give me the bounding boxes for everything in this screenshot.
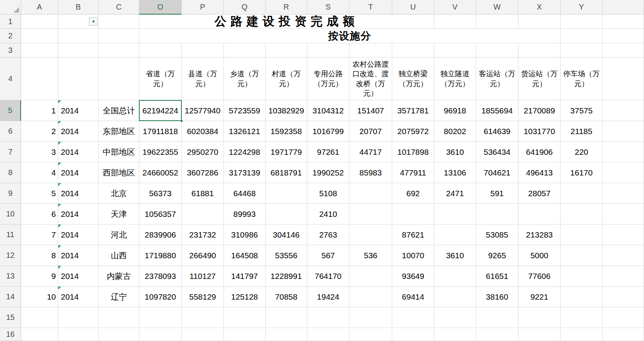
cell-U12[interactable]: 10070 <box>392 245 434 266</box>
cell-B2[interactable] <box>58 29 99 43</box>
cell-A4[interactable] <box>21 57 58 100</box>
cell-V4[interactable]: 独立隧道（万元） <box>434 57 476 100</box>
cell-O10[interactable]: 1056357 <box>139 204 182 225</box>
cell-T8[interactable]: 85983 <box>349 162 392 183</box>
cell-R12[interactable]: 53556 <box>266 245 307 266</box>
cell-V3[interactable] <box>434 43 476 57</box>
cell-X14[interactable]: 9221 <box>518 287 561 307</box>
cell-U8[interactable]: 477911 <box>392 162 434 183</box>
cell-C15[interactable] <box>99 307 139 328</box>
cell-C7[interactable]: 中部地区 <box>99 142 139 162</box>
cell-B16[interactable] <box>58 328 99 341</box>
cell-P12[interactable]: 266490 <box>182 245 224 266</box>
column-header-T[interactable]: T <box>349 0 392 15</box>
row-header-3[interactable]: 3 <box>0 43 21 57</box>
cell-C11[interactable]: 河北 <box>99 225 139 245</box>
cell-partial-14[interactable] <box>603 287 644 307</box>
cell-O13[interactable]: 2378093 <box>139 266 182 287</box>
cell-C2[interactable] <box>99 29 139 43</box>
row-header-7[interactable]: 7 <box>0 142 21 162</box>
cell-P15[interactable] <box>182 307 224 328</box>
cell-partial-15[interactable] <box>603 307 644 328</box>
column-header-S[interactable]: S <box>307 0 349 15</box>
cell-Y2[interactable] <box>561 29 603 43</box>
cell-C6[interactable]: 东部地区 <box>99 121 139 142</box>
cell-U9[interactable]: 692 <box>392 183 434 204</box>
cell-V12[interactable]: 3610 <box>434 245 476 266</box>
cell-V6[interactable]: 80202 <box>434 121 476 142</box>
cell-P16[interactable] <box>182 328 224 341</box>
cell-B6[interactable]: 2014 <box>58 121 99 142</box>
cell-W6[interactable]: 614639 <box>476 121 518 142</box>
cell-Q14[interactable]: 125128 <box>224 287 266 307</box>
cell-P9[interactable]: 61881 <box>182 183 224 204</box>
cell-C10[interactable]: 天津 <box>99 204 139 225</box>
cell-A6[interactable]: 2 <box>21 121 58 142</box>
cell-W4[interactable]: 客运站（万元） <box>476 57 518 100</box>
cell-W5[interactable]: 1855694 <box>476 100 518 121</box>
row-header-10[interactable]: 10 <box>0 204 21 225</box>
cell-partial-3[interactable] <box>603 43 644 57</box>
row-header-4[interactable]: 4 <box>0 57 21 100</box>
cell-B4[interactable] <box>58 57 99 100</box>
cell-Q4[interactable]: 乡道（万元） <box>224 57 266 100</box>
cell-C5[interactable]: 全国总计 <box>99 100 139 121</box>
cell-S7[interactable]: 97261 <box>307 142 349 162</box>
cell-P3[interactable] <box>182 43 224 57</box>
cell-partial-5[interactable] <box>603 100 644 121</box>
cell-Q15[interactable] <box>224 307 266 328</box>
cell-O3[interactable] <box>139 43 182 57</box>
cell-Y10[interactable] <box>561 204 603 225</box>
autofilter-dropdown-button[interactable]: ▼ <box>89 18 98 26</box>
cell-W11[interactable]: 53085 <box>476 225 518 245</box>
cell-A3[interactable] <box>21 43 58 57</box>
cell-T11[interactable] <box>349 225 392 245</box>
cell-W16[interactable] <box>476 328 518 341</box>
cell-U15[interactable] <box>392 307 434 328</box>
cell-O15[interactable] <box>139 307 182 328</box>
cell-U6[interactable]: 2075972 <box>392 121 434 142</box>
column-header-Y[interactable]: Y <box>561 0 603 15</box>
cell-P7[interactable]: 2950270 <box>182 142 224 162</box>
cell-U11[interactable]: 87621 <box>392 225 434 245</box>
cell-Y13[interactable] <box>561 266 603 287</box>
cell-X16[interactable] <box>518 328 561 341</box>
cell-partial-11[interactable] <box>603 225 644 245</box>
cell-U14[interactable]: 69414 <box>392 287 434 307</box>
cell-O8[interactable]: 24660052 <box>139 162 182 183</box>
cell-Q9[interactable]: 64468 <box>224 183 266 204</box>
cell-X15[interactable] <box>518 307 561 328</box>
cell-S11[interactable]: 2763 <box>307 225 349 245</box>
cell-T3[interactable] <box>349 43 392 57</box>
cell-partial-10[interactable] <box>603 204 644 225</box>
row-header-15[interactable]: 15 <box>0 307 21 328</box>
cell-A15[interactable] <box>21 307 58 328</box>
cell-X8[interactable]: 496413 <box>518 162 561 183</box>
cell-B15[interactable] <box>58 307 99 328</box>
column-header-O[interactable]: O <box>139 0 182 15</box>
cell-U4[interactable]: 独立桥梁（万元） <box>392 57 434 100</box>
column-header-R[interactable]: R <box>266 0 307 15</box>
cell-S8[interactable]: 1990252 <box>307 162 349 183</box>
cell-S6[interactable]: 1016799 <box>307 121 349 142</box>
cell-W13[interactable]: 61651 <box>476 266 518 287</box>
cell-X4[interactable]: 货运站（万元） <box>518 57 561 100</box>
cell-X3[interactable] <box>518 43 561 57</box>
cell-B10[interactable]: 2014 <box>58 204 99 225</box>
cell-A7[interactable]: 3 <box>21 142 58 162</box>
cell-X11[interactable]: 213283 <box>518 225 561 245</box>
cell-O16[interactable] <box>139 328 182 341</box>
cell-R8[interactable]: 6818791 <box>266 162 307 183</box>
cell-A10[interactable]: 6 <box>21 204 58 225</box>
cell-V5[interactable]: 96918 <box>434 100 476 121</box>
cell-partial-16[interactable] <box>603 328 644 341</box>
cell-P13[interactable]: 110127 <box>182 266 224 287</box>
cell-B5[interactable]: 2014 <box>58 100 99 121</box>
cell-A12[interactable]: 8 <box>21 245 58 266</box>
row-header-1[interactable]: 1 <box>0 15 21 29</box>
cell-C9[interactable]: 北京 <box>99 183 139 204</box>
cell-V16[interactable] <box>434 328 476 341</box>
cell-S12[interactable]: 567 <box>307 245 349 266</box>
cell-subtitle-merged[interactable]: 按设施分 <box>139 29 561 43</box>
cell-R16[interactable] <box>266 328 307 341</box>
